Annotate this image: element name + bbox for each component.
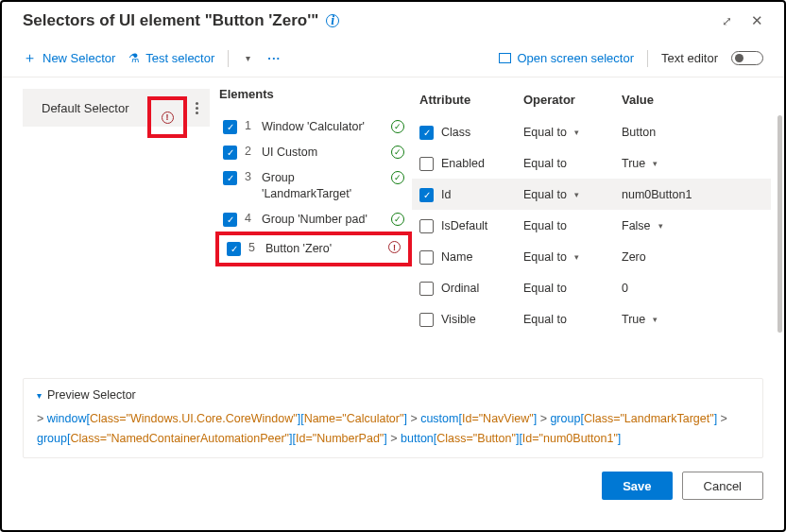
- ok-icon: ✓: [391, 120, 404, 133]
- checkbox[interactable]: ✓: [419, 126, 434, 140]
- expand-icon[interactable]: ⤢: [722, 14, 732, 28]
- footer: Save Cancel: [2, 458, 784, 513]
- col-attribute: Attribute: [419, 93, 523, 107]
- elements-heading: Elements: [219, 87, 408, 101]
- chevron-down-icon[interactable]: ▾: [574, 128, 579, 137]
- checkbox[interactable]: [419, 313, 434, 327]
- kebab-icon[interactable]: [192, 98, 202, 118]
- chevron-down-icon[interactable]: ▾: [574, 252, 579, 262]
- cancel-button[interactable]: Cancel: [682, 472, 763, 500]
- checkbox[interactable]: [419, 250, 434, 265]
- attribute-row[interactable]: ✓IdEqual to▾num0Button1: [412, 179, 771, 210]
- plus-icon: ＋: [23, 49, 37, 67]
- save-button[interactable]: Save: [602, 472, 672, 500]
- checkbox[interactable]: [419, 219, 434, 233]
- element-row[interactable]: ✓2UI Custom✓: [219, 140, 408, 165]
- attribute-row[interactable]: ✓ClassEqual to▾Button: [412, 116, 771, 147]
- error-icon: !: [388, 241, 401, 253]
- test-selector-button[interactable]: ⚗ Test selector: [128, 51, 214, 65]
- element-row[interactable]: ✓1Window 'Calculator'✓: [219, 114, 408, 140]
- checkbox[interactable]: ✓: [223, 120, 237, 134]
- checkbox[interactable]: [419, 157, 434, 171]
- preview-toggle[interactable]: ▾ Preview Selector: [37, 388, 749, 402]
- attribute-row[interactable]: IsDefaultEqual toFalse▾: [412, 210, 771, 241]
- checkbox[interactable]: ✓: [227, 242, 241, 256]
- open-screen-selector-button[interactable]: Open screen selector: [499, 51, 634, 65]
- close-icon[interactable]: ✕: [751, 12, 763, 29]
- elements-panel: Elements ✓1Window 'Calculator'✓✓2UI Cust…: [210, 77, 408, 370]
- flask-icon: ⚗: [128, 51, 140, 65]
- element-row[interactable]: ✓5Button 'Zero'!: [215, 232, 412, 266]
- checkbox[interactable]: ✓: [419, 188, 434, 202]
- info-icon[interactable]: i: [326, 14, 339, 27]
- error-icon: !: [162, 112, 174, 124]
- scrollbar[interactable]: [777, 115, 782, 333]
- toolbar: ＋ New Selector ⚗ Test selector ▾ ··· Ope…: [2, 43, 784, 77]
- chevron-down-icon[interactable]: ▾: [658, 221, 663, 231]
- dialog-title: Selectors of UI element "Button 'Zero'": [23, 11, 318, 30]
- chevron-down-icon[interactable]: ▾: [653, 159, 658, 168]
- new-selector-button[interactable]: ＋ New Selector: [23, 49, 115, 67]
- checkbox[interactable]: [419, 282, 434, 296]
- element-row[interactable]: ✓3Group 'LandmarkTarget'✓: [219, 165, 408, 207]
- checkbox[interactable]: ✓: [223, 171, 237, 185]
- element-row[interactable]: ✓4Group 'Number pad'✓: [219, 207, 408, 232]
- checkbox[interactable]: ✓: [223, 146, 237, 160]
- attribute-row[interactable]: VisibleEqual toTrue▾: [412, 303, 771, 335]
- ok-icon: ✓: [391, 213, 404, 226]
- col-value: Value: [622, 93, 771, 107]
- chevron-down-icon[interactable]: ▾: [242, 53, 254, 63]
- attribute-row[interactable]: EnabledEqual toTrue▾: [412, 147, 771, 179]
- ok-icon: ✓: [391, 146, 404, 159]
- ok-icon: ✓: [391, 171, 404, 184]
- highlight-error-selector: !: [147, 96, 187, 138]
- col-operator: Operator: [523, 93, 622, 107]
- text-editor-toggle[interactable]: [731, 51, 763, 65]
- attributes-panel: Attribute Operator Value ✓ClassEqual to▾…: [408, 77, 784, 370]
- titlebar: Selectors of UI element "Button 'Zero'" …: [2, 2, 784, 43]
- attribute-row[interactable]: NameEqual to▾Zero: [412, 241, 771, 272]
- text-editor-label: Text editor: [661, 51, 718, 65]
- more-icon[interactable]: ···: [267, 51, 281, 65]
- chevron-down-icon[interactable]: ▾: [574, 190, 579, 199]
- screen-icon: [499, 53, 511, 63]
- preview-selector-panel: ▾ Preview Selector > window[Class="Windo…: [23, 378, 763, 458]
- selector-list: Default Selector !: [2, 77, 210, 370]
- chevron-down-icon: ▾: [37, 390, 42, 401]
- attribute-row[interactable]: OrdinalEqual to0: [412, 272, 771, 303]
- selector-string: > window[Class="Windows.UI.Core.CoreWind…: [37, 409, 749, 448]
- chevron-down-icon[interactable]: ▾: [653, 315, 658, 324]
- checkbox[interactable]: ✓: [223, 213, 237, 227]
